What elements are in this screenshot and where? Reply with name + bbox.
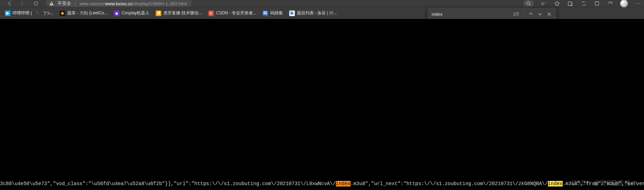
address-bar[interactable]: 不安全 | view-source:www.luoxu.cc/dmplay/C8… <box>46 0 192 7</box>
forward-button[interactable] <box>18 0 25 7</box>
source-line[interactable]: 3c88\u4e50\u5e73","vod_class":"\u56fd\u4… <box>0 181 644 187</box>
bookmark-favicon: ▶ <box>5 10 11 16</box>
svg-rect-4 <box>568 2 571 6</box>
bookmark-favicon: ☻ <box>114 10 120 16</box>
find-input[interactable] <box>432 12 510 17</box>
toolbar-right: A⁺ ··· <box>523 0 641 7</box>
bookmark-item[interactable]: ▶哔哩哔哩 ( ゜- ゜)つ... <box>5 10 53 16</box>
svg-point-6 <box>597 1 598 2</box>
bookmark-item[interactable]: 码码蹄集 <box>263 10 283 16</box>
bookmark-item[interactable]: ◆题库 - 力扣 (LeetCo... <box>60 10 108 16</box>
bookmark-item[interactable]: 虎虎牙直播-技术驱动... <box>156 10 202 16</box>
bookmark-label: 哔哩哔哩 ( ゜- ゜)つ... <box>13 10 53 16</box>
bookmark-label: 虎牙直播-技术驱动... <box>163 10 202 16</box>
not-secure-icon <box>49 1 54 6</box>
source-text: 3c88\u4e50\u5e73","vod_class":"\u56fd\u4… <box>0 181 336 187</box>
svg-rect-0 <box>51 2 52 4</box>
find-next-button[interactable] <box>535 9 544 19</box>
bookmark-favicon: 码 <box>263 10 268 16</box>
source-text: .m3u8","from":"m3u8","server":"no <box>563 181 644 187</box>
read-aloud-icon[interactable]: A⁺ <box>540 0 547 7</box>
not-secure-label: 不安全 <box>57 0 71 7</box>
svg-point-2 <box>527 2 530 5</box>
search-match: index <box>548 181 563 187</box>
bookmark-item[interactable]: 洛题目列表 - 洛谷 | 计... <box>289 10 337 16</box>
find-close-button[interactable] <box>544 9 554 19</box>
back-button[interactable] <box>6 0 13 7</box>
bookmark-item[interactable]: CCSDN - 专业开发者... <box>208 10 256 16</box>
bookmark-favicon: 洛 <box>289 10 295 16</box>
bookmark-label: 码蹄集 <box>270 10 283 16</box>
find-count: 1/3 <box>513 12 519 16</box>
extensions-icon[interactable] <box>594 0 601 7</box>
find-prev-button[interactable] <box>526 9 535 19</box>
refresh-button[interactable] <box>32 0 39 7</box>
divider <box>524 10 524 17</box>
nav-controls <box>0 0 43 7</box>
find-in-page-bar: 1/3 <box>427 8 556 20</box>
bookmark-label: 题目列表 - 洛谷 | 计... <box>297 10 337 16</box>
bookmark-label: Cosplay机器人 <box>122 10 149 16</box>
performance-icon[interactable] <box>607 0 614 7</box>
bookmark-label: 题库 - 力扣 (LeetCo... <box>67 10 108 16</box>
search-match-current: index <box>336 181 351 187</box>
svg-rect-1 <box>51 5 52 5</box>
bookmark-item[interactable]: ☻Cosplay机器人 <box>114 10 149 16</box>
profile-avatar[interactable] <box>620 0 628 7</box>
page-content: 3c88\u4e50\u5e73","vod_class":"\u56fd\u4… <box>0 19 644 190</box>
svg-line-3 <box>529 4 530 5</box>
sync-icon[interactable] <box>580 0 587 7</box>
url-text: view-source:www.luoxu.cc/dmplay/C888H-1-… <box>79 1 187 6</box>
bookmark-favicon: C <box>208 10 214 16</box>
browser-toolbar: 不安全 | view-source:www.luoxu.cc/dmplay/C8… <box>0 0 644 7</box>
collections-icon[interactable] <box>567 0 574 7</box>
favorite-icon[interactable] <box>554 0 561 7</box>
address-search-button[interactable] <box>523 0 534 7</box>
source-text: .m3u8","url_next":"https:\/\/s1.zoubutin… <box>351 181 548 187</box>
bookmark-favicon: ◆ <box>60 10 65 16</box>
bookmark-favicon: 虎 <box>156 10 161 16</box>
bookmark-label: CSDN - 专业开发者... <box>216 10 256 16</box>
more-icon[interactable]: ··· <box>634 0 641 7</box>
svg-line-7 <box>610 2 611 4</box>
